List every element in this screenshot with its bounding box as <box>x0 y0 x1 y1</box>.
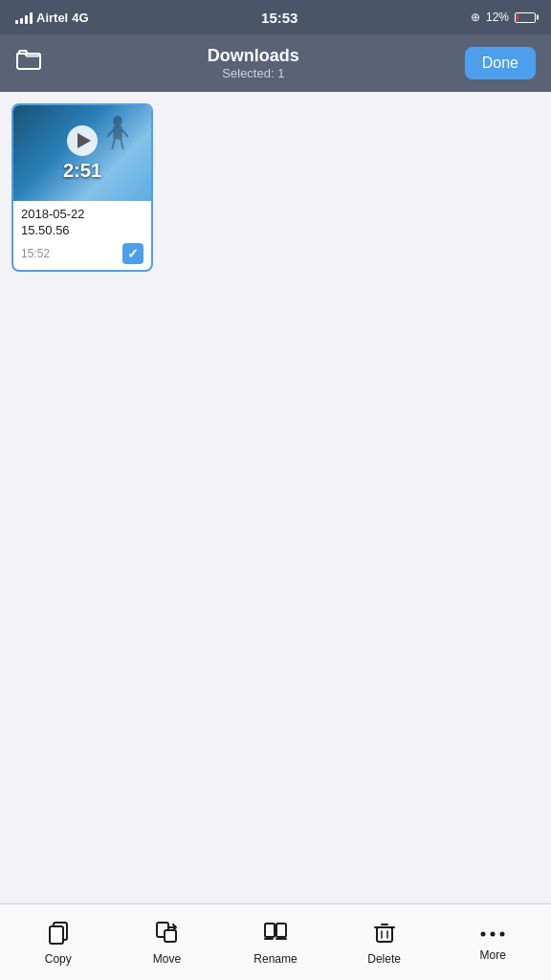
move-label: Move <box>153 952 181 966</box>
video-overlay: 2:51 <box>13 105 151 201</box>
toolbar-move[interactable]: Move <box>113 914 222 971</box>
svg-rect-10 <box>165 930 176 942</box>
svg-point-23 <box>500 931 505 936</box>
selected-count: Selected: 1 <box>208 66 299 80</box>
toolbar-more[interactable]: More <box>438 918 547 968</box>
delete-label: Delete <box>367 952 401 966</box>
status-right: ⊕ 12% <box>471 11 536 24</box>
file-info: 2018-05-22 15.50.56 15:52 ✓ <box>13 201 151 270</box>
battery-icon <box>515 12 536 23</box>
nav-center: Downloads Selected: 1 <box>208 46 299 81</box>
svg-rect-8 <box>50 926 63 944</box>
navigation-bar: Downloads Selected: 1 Done <box>0 34 551 92</box>
status-bar: Airtel 4G 15:53 ⊕ 12% <box>0 0 551 34</box>
svg-point-21 <box>481 931 486 936</box>
copy-label: Copy <box>45 952 72 966</box>
battery-percent: 12% <box>486 11 509 24</box>
file-item[interactable]: 2:51 2018-05-22 15.50.56 15:52 ✓ <box>11 103 153 272</box>
status-carrier: Airtel 4G <box>15 11 89 25</box>
nav-left <box>15 47 42 79</box>
move-icon <box>154 920 179 948</box>
file-time-row: 15:52 ✓ <box>21 243 143 264</box>
copy-icon <box>46 920 71 948</box>
main-content: 2:51 2018-05-22 15.50.56 15:52 ✓ <box>0 92 551 903</box>
done-button[interactable]: Done <box>465 47 536 79</box>
rename-icon <box>263 920 288 948</box>
svg-rect-11 <box>265 924 275 937</box>
svg-rect-12 <box>276 924 286 937</box>
status-time: 15:53 <box>261 10 298 26</box>
more-label: More <box>480 948 506 962</box>
bottom-toolbar: Copy Move Rename <box>0 903 551 980</box>
play-button-icon <box>67 125 98 156</box>
location-icon: ⊕ <box>471 11 480 24</box>
signal-icon <box>15 11 33 24</box>
folder-icon <box>15 47 42 79</box>
file-checkbox[interactable]: ✓ <box>122 243 143 264</box>
page-title: Downloads <box>208 46 299 67</box>
video-duration: 2:51 <box>63 160 101 182</box>
file-grid: 2:51 2018-05-22 15.50.56 15:52 ✓ <box>11 103 540 272</box>
svg-rect-16 <box>377 927 392 942</box>
more-icon <box>480 924 505 945</box>
delete-icon <box>372 920 397 948</box>
file-time: 15:52 <box>21 247 50 260</box>
checkmark-icon: ✓ <box>127 247 139 260</box>
toolbar-copy[interactable]: Copy <box>4 914 113 971</box>
file-thumbnail: 2:51 <box>13 105 151 201</box>
svg-point-22 <box>491 931 496 936</box>
toolbar-delete[interactable]: Delete <box>330 914 439 971</box>
play-triangle <box>77 133 91 148</box>
file-name: 2018-05-22 15.50.56 <box>21 207 143 239</box>
rename-label: Rename <box>253 952 297 966</box>
toolbar-rename[interactable]: Rename <box>221 914 330 971</box>
